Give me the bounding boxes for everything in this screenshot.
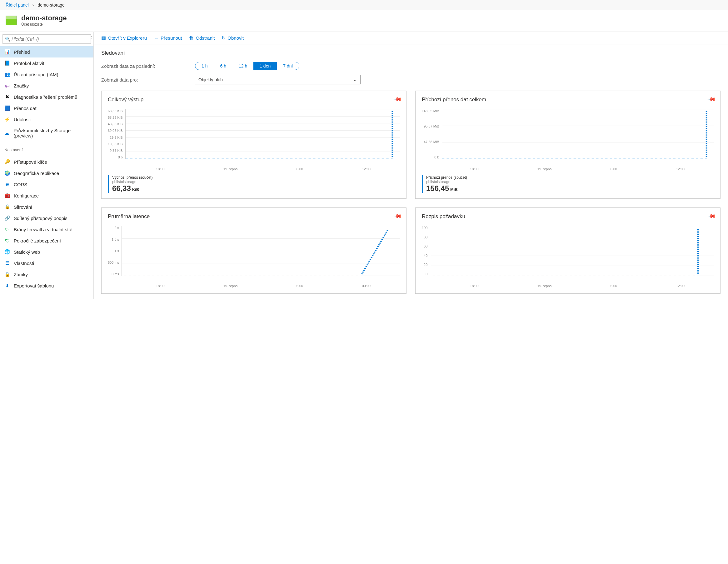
sidebar-item-label: Konfigurace [14, 193, 39, 198]
metric-value: 156,45 [426, 184, 449, 192]
sidebar-item-statick-web[interactable]: 🌐Statický web [0, 246, 93, 257]
x-tick: 18:00 [470, 284, 479, 288]
y-tick: 20 [424, 263, 427, 267]
y-tick: 500 ms [108, 261, 119, 264]
chart-plot[interactable] [122, 226, 400, 276]
main-content: ▦Otevřít v Exploreru →Přesunout 🗑Odstran… [94, 32, 728, 299]
metric-sub: philstolstorage [426, 180, 467, 184]
chart-title: Průměrná latence [108, 213, 400, 220]
sidebar-icon: 🌐 [4, 249, 10, 255]
sidebar-icon: 📘 [4, 60, 10, 66]
refresh-icon: ↻ [222, 35, 226, 41]
x-tick: 19. srpna [223, 284, 238, 288]
chart-plot[interactable] [442, 109, 714, 159]
chart-card-1: Příchozí přenos dat celkem📌143,05 MiB95,… [415, 91, 721, 199]
sidebar-icon: ⊕ [4, 182, 10, 187]
y-tick: 2 s [114, 226, 119, 230]
sidebar-item-diagnostika-a-e-en-probl-m-[interactable]: ✖Diagnostika a řešení problémů [0, 91, 93, 102]
sidebar-item-pokro-il-zabezpe-en-[interactable]: 🛡Pokročilé zabezpečení [0, 235, 93, 246]
toolbar: ▦Otevřít v Exploreru →Přesunout 🗑Odstran… [94, 32, 728, 44]
sidebar-item--ifrov-n-[interactable]: 🔒Šifrování [0, 201, 93, 212]
sidebar-item-label: Pokročilé zabezpečení [14, 238, 61, 243]
sidebar-item-label: Přístupové klíče [14, 159, 47, 165]
sidebar-item-label: Značky [14, 83, 29, 88]
data-for-select[interactable]: Objekty blob ⌄ [195, 75, 361, 84]
sidebar-item-ud-losti[interactable]: ⚡Události [0, 114, 93, 125]
metric-label: Výchozí přenos (součet) [112, 175, 152, 180]
delete-button[interactable]: 🗑Odstranit [189, 35, 215, 41]
sidebar-item-sd-len-p-stupov-podpis[interactable]: 🔗Sdílený přístupový podpis [0, 212, 93, 224]
sidebar-item-label: Exportovat šablonu [14, 283, 54, 288]
monitoring-title: Sledování [101, 50, 721, 56]
x-tick: 19. srpna [537, 167, 552, 171]
sidebar-icon: 🧰 [4, 193, 10, 198]
sidebar-item-vlastnosti[interactable]: ☰Vlastnosti [0, 257, 93, 269]
sidebar-item-protokol-aktivit[interactable]: 📘Protokol aktivit [0, 57, 93, 69]
sidebar-item--zen-p-stupu-iam-[interactable]: 👥Řízení přístupu (IAM) [0, 69, 93, 80]
chart-card-2: Průměrná latence📌2 s1,5 s1 s500 ms0 ms18… [101, 207, 406, 294]
x-tick: 12:00 [676, 284, 685, 288]
metric-unit: KiB [131, 187, 139, 192]
sidebar-icon: ⬇ [4, 283, 10, 288]
sidebar-item-exportovat-ablonu[interactable]: ⬇Exportovat šablonu [0, 280, 93, 291]
sidebar-icon: 📊 [4, 49, 10, 55]
metric-label: Příchozí přenos (součet) [426, 175, 467, 180]
y-tick: 9,77 KiB [110, 149, 123, 152]
data-for-label: Zobrazit data pro: [101, 77, 189, 82]
x-tick: 12:00 [362, 167, 371, 171]
open-explorer-button[interactable]: ▦Otevřít v Exploreru [101, 35, 147, 41]
y-tick: 68,36 KiB [108, 109, 123, 113]
y-tick: 100 [422, 226, 427, 230]
metric-value: 66,33 [112, 184, 131, 192]
sidebar-icon: 🌍 [4, 170, 10, 176]
sidebar-item-label: Sdílený přístupový podpis [14, 216, 67, 221]
time-range-6h[interactable]: 6 h [214, 62, 232, 70]
chart-title: Rozpis požadavku [422, 213, 714, 220]
chart-title: Příchozí přenos dat celkem [422, 97, 714, 103]
y-tick: 39,06 KiB [108, 129, 123, 132]
sidebar-section-settings: Nastavení [0, 142, 93, 155]
search-input[interactable] [2, 34, 91, 44]
chart-metric: Výchozí přenos (součet)philstolstorage66… [108, 175, 400, 193]
time-range-12h[interactable]: 12 h [232, 62, 253, 70]
time-range-1den[interactable]: 1 den [253, 62, 277, 70]
sidebar-item-zna-ky[interactable]: 🏷Značky [0, 80, 93, 91]
move-button[interactable]: →Přesunout [154, 35, 182, 41]
refresh-button[interactable]: ↻Obnovit [222, 35, 244, 41]
sidebar-icon: 👥 [4, 72, 10, 77]
sidebar-item-label: Brány firewall a virtuální sítě [14, 227, 72, 232]
chart-plot[interactable] [125, 109, 400, 159]
x-tick: 18:00 [156, 284, 165, 288]
sidebar-item-label: Zámky [14, 272, 28, 277]
sidebar-item-geografick-replikace[interactable]: 🌍Geografická replikace [0, 167, 93, 179]
sidebar-item-pr-zkumn-k-slu-by-storage-preview-[interactable]: ☁Průzkumník služby Storage (preview) [0, 125, 93, 141]
sidebar-item-cors[interactable]: ⊕CORS [0, 179, 93, 190]
y-tick: 0 [426, 272, 427, 276]
time-range-1h[interactable]: 1 h [195, 62, 214, 70]
sidebar-item-konfigurace[interactable]: 🧰Konfigurace [0, 190, 93, 201]
x-tick: 18:00 [470, 167, 479, 171]
sidebar-item-br-ny-firewall-a-virtu-ln-s-t-[interactable]: 🛡Brány firewall a virtuální sítě [0, 224, 93, 235]
metric-sub: philstolstorage [112, 180, 152, 184]
x-tick: 6:00 [297, 167, 303, 171]
sidebar: « 🔍 📊Přehled📘Protokol aktivit👥Řízení pří… [0, 32, 94, 299]
sidebar-icon: ☁ [4, 130, 10, 136]
sidebar-item-z-mky[interactable]: 🔒Zámky [0, 269, 93, 280]
time-range-7dní[interactable]: 7 dní [277, 62, 299, 70]
chevron-right-icon: › [32, 2, 34, 7]
y-tick: 95,37 MiB [424, 124, 439, 128]
sidebar-icon: 🛡 [4, 227, 10, 232]
sidebar-item-p-enos-dat[interactable]: 🟦Přenos dat [0, 102, 93, 114]
chart-card-3: Rozpis požadavku📌10080604020018:0019. sr… [415, 207, 721, 294]
y-tick: 48,83 KiB [108, 122, 123, 126]
sidebar-item-label: Šifrování [14, 204, 32, 210]
time-range-label: Zobrazit data za poslední: [101, 63, 189, 69]
x-tick: 00:00 [362, 284, 371, 288]
sidebar-item-p-ehled[interactable]: 📊Přehled [0, 46, 93, 57]
chart-plot[interactable] [430, 226, 714, 276]
sidebar-item-p-stupov-kl-e[interactable]: 🔑Přístupové klíče [0, 156, 93, 167]
time-range-selector: 1 h6 h12 h1 den7 dní [195, 62, 299, 70]
page-header: demo-storage Účet úložiště [0, 10, 728, 32]
breadcrumb-root[interactable]: Řídicí panel [6, 2, 29, 7]
sidebar-icon: 🏷 [4, 83, 10, 88]
